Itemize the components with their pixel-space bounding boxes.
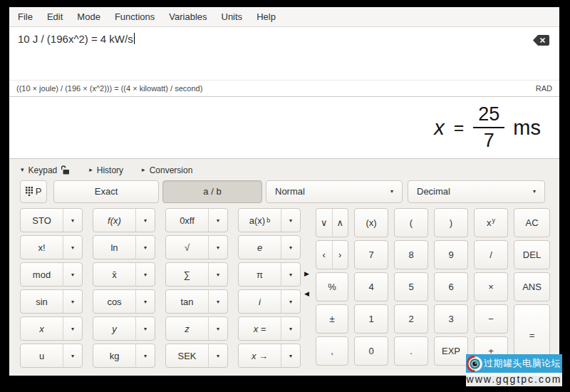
key-currency-sek-dropdown-icon[interactable]: ▾ bbox=[209, 344, 227, 367]
display-mode-dropdown[interactable]: Normal ▾ bbox=[266, 180, 403, 203]
key-four[interactable]: 4 bbox=[354, 272, 388, 301]
expression-text[interactable]: 10 J / (196x^2) = 4 kW/s bbox=[18, 33, 135, 45]
menu-item-edit[interactable]: Edit bbox=[47, 11, 63, 22]
key-function-fx-dropdown-icon[interactable]: ▾ bbox=[136, 209, 155, 232]
key-seven[interactable]: 7 bbox=[354, 240, 388, 269]
tab-keypad[interactable]: ▾Keypad bbox=[21, 165, 71, 175]
key-mean-xbar-dropdown-icon[interactable]: ▾ bbox=[136, 263, 155, 286]
key-hex-0xff[interactable]: 0xff▾ bbox=[165, 208, 228, 232]
key-sum-sigma-dropdown-icon[interactable]: ▾ bbox=[209, 263, 227, 286]
key-six[interactable]: 6 bbox=[434, 272, 468, 301]
key-two[interactable]: 2 bbox=[394, 304, 428, 334]
key-var-y-dropdown-icon[interactable]: ▾ bbox=[136, 317, 155, 340]
key-mod-dropdown-icon[interactable]: ▾ bbox=[63, 263, 82, 286]
backspace-icon[interactable] bbox=[533, 35, 549, 46]
key-function-fx[interactable]: f(x)▾ bbox=[93, 208, 155, 232]
key-mod[interactable]: mod▾ bbox=[20, 262, 83, 287]
key-hex-0xff-dropdown-icon[interactable]: ▾ bbox=[209, 209, 227, 232]
number-base-dropdown[interactable]: Decimal ▾ bbox=[408, 180, 545, 203]
key-convert-x-to-label[interactable]: x → bbox=[239, 344, 281, 367]
key-e-constant[interactable]: e▾ bbox=[238, 235, 301, 259]
key-currency-sek[interactable]: SEK▾ bbox=[165, 344, 228, 368]
key-cos-dropdown-icon[interactable]: ▾ bbox=[136, 290, 155, 313]
key-ac[interactable]: AC bbox=[514, 208, 550, 237]
key-unit-u[interactable]: u▾ bbox=[20, 344, 83, 368]
key-divide[interactable]: / bbox=[474, 240, 508, 269]
key-sqrt[interactable]: √▾ bbox=[165, 235, 228, 259]
key-hex-0xff-label[interactable]: 0xff bbox=[166, 209, 209, 232]
key-parens-x[interactable]: (x) bbox=[354, 208, 388, 237]
key-cursor-left-right[interactable]: ‹› bbox=[316, 240, 348, 269]
key-del[interactable]: DEL bbox=[514, 240, 550, 269]
key-sto-label[interactable]: STO bbox=[21, 209, 63, 232]
key-pi-dropdown-icon[interactable]: ▾ bbox=[281, 263, 300, 286]
key-scroll-up-down-second-icon[interactable]: ∧ bbox=[333, 209, 348, 237]
key-pi-label[interactable]: π bbox=[239, 263, 281, 286]
key-multiply[interactable]: × bbox=[474, 272, 508, 301]
key-open-paren[interactable]: ( bbox=[394, 208, 428, 237]
key-tan[interactable]: tan▾ bbox=[165, 289, 228, 314]
key-imaginary-i-label[interactable]: i bbox=[239, 290, 281, 313]
expand-right-icon[interactable]: ▶ bbox=[304, 271, 309, 277]
key-assign-x-equals[interactable]: x =▾ bbox=[238, 316, 301, 341]
key-power-axb-label[interactable]: a(x)b bbox=[239, 209, 281, 232]
key-var-x-dropdown-icon[interactable]: ▾ bbox=[63, 317, 82, 340]
key-power-xy[interactable]: xy bbox=[474, 208, 508, 237]
key-power-axb-dropdown-icon[interactable]: ▾ bbox=[281, 209, 300, 232]
key-sqrt-dropdown-icon[interactable]: ▾ bbox=[209, 236, 227, 259]
key-nine[interactable]: 9 bbox=[434, 240, 468, 269]
key-pi[interactable]: π▾ bbox=[238, 262, 301, 287]
fraction-mode-button[interactable]: a / b bbox=[162, 180, 262, 203]
key-currency-sek-label[interactable]: SEK bbox=[166, 344, 209, 367]
key-eight[interactable]: 8 bbox=[394, 240, 428, 269]
key-sto-dropdown-icon[interactable]: ▾ bbox=[63, 209, 82, 232]
key-unit-u-dropdown-icon[interactable]: ▾ bbox=[63, 344, 82, 367]
key-sin-label[interactable]: sin bbox=[21, 290, 63, 313]
key-three[interactable]: 3 bbox=[434, 304, 468, 334]
key-five[interactable]: 5 bbox=[394, 272, 428, 301]
key-convert-x-to[interactable]: x →▾ bbox=[238, 344, 301, 368]
key-scroll-up-down-first-icon[interactable]: ∨ bbox=[316, 209, 333, 237]
key-var-x[interactable]: x▾ bbox=[20, 316, 83, 341]
key-e-constant-dropdown-icon[interactable]: ▾ bbox=[281, 236, 300, 259]
key-ans[interactable]: ANS bbox=[514, 272, 550, 301]
key-mean-xbar-label[interactable]: x̄ bbox=[93, 263, 136, 286]
key-decimal-point[interactable]: . bbox=[394, 336, 428, 366]
tab-history[interactable]: ▸History bbox=[89, 165, 123, 175]
key-ln-dropdown-icon[interactable]: ▾ bbox=[136, 236, 155, 259]
key-function-fx-label[interactable]: f(x) bbox=[93, 209, 136, 232]
key-var-z-label[interactable]: z bbox=[166, 317, 209, 340]
key-ln-label[interactable]: ln bbox=[93, 236, 136, 259]
key-tan-label[interactable]: tan bbox=[166, 290, 209, 313]
key-tan-dropdown-icon[interactable]: ▾ bbox=[209, 290, 227, 313]
key-assign-x-equals-dropdown-icon[interactable]: ▾ bbox=[281, 317, 300, 340]
key-unit-kg-label[interactable]: kg bbox=[93, 344, 136, 367]
key-cos-label[interactable]: cos bbox=[93, 290, 136, 313]
key-unit-u-label[interactable]: u bbox=[21, 344, 63, 367]
key-sin[interactable]: sin▾ bbox=[20, 289, 83, 314]
menu-item-units[interactable]: Units bbox=[222, 11, 243, 22]
key-mean-xbar[interactable]: x̄▾ bbox=[93, 262, 155, 287]
key-imaginary-i-dropdown-icon[interactable]: ▾ bbox=[281, 290, 300, 313]
menu-item-file[interactable]: File bbox=[18, 11, 33, 22]
key-zero[interactable]: 0 bbox=[354, 336, 388, 366]
key-comma[interactable]: , bbox=[316, 336, 348, 366]
key-power-axb[interactable]: a(x)b▾ bbox=[238, 208, 301, 232]
key-imaginary-i[interactable]: i▾ bbox=[238, 289, 301, 314]
key-factorial[interactable]: x!▾ bbox=[20, 235, 83, 259]
key-factorial-dropdown-icon[interactable]: ▾ bbox=[63, 236, 82, 259]
unlock-icon[interactable] bbox=[61, 165, 71, 175]
key-sin-dropdown-icon[interactable]: ▾ bbox=[63, 290, 82, 313]
key-mod-label[interactable]: mod bbox=[21, 263, 63, 286]
programming-keypad-button[interactable]: P bbox=[20, 180, 47, 203]
key-subtract[interactable]: − bbox=[474, 304, 508, 334]
key-var-z-dropdown-icon[interactable]: ▾ bbox=[209, 317, 227, 340]
key-one[interactable]: 1 bbox=[354, 304, 388, 334]
key-cursor-left-right-second-icon[interactable]: › bbox=[333, 241, 348, 269]
key-sqrt-label[interactable]: √ bbox=[166, 236, 209, 259]
key-unit-kg-dropdown-icon[interactable]: ▾ bbox=[136, 344, 155, 367]
key-factorial-label[interactable]: x! bbox=[21, 236, 63, 259]
exact-mode-button[interactable]: Exact bbox=[53, 180, 159, 203]
expression-input-area[interactable]: 10 J / (196x^2) = 4 kW/s bbox=[9, 27, 559, 80]
key-cursor-left-right-first-icon[interactable]: ‹ bbox=[316, 241, 333, 269]
